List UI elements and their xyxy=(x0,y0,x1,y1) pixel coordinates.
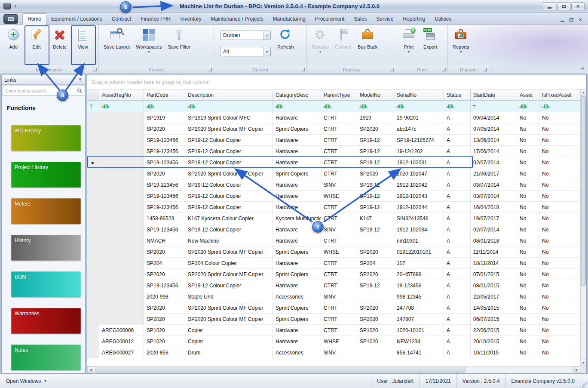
column-header-modelno[interactable]: ModelNo xyxy=(357,89,394,100)
function-history[interactable]: History xyxy=(11,235,81,261)
filter-cell-description[interactable]: aBc xyxy=(185,101,273,112)
tab-finance-hr[interactable]: Finance / HR xyxy=(136,14,175,25)
tab-inventory[interactable]: Inventory xyxy=(175,14,206,25)
maximize-button[interactable] xyxy=(557,2,570,10)
table-row[interactable]: SP1919SP1919 Sprint Colour MFCHardwareCT… xyxy=(87,112,580,123)
table-row[interactable]: ▶SP19-123456SP19-12 Colour CopierHardwar… xyxy=(87,157,580,168)
minimize-button[interactable] xyxy=(543,2,556,10)
mdi-restore-button[interactable] xyxy=(570,18,573,22)
combo-status-filter[interactable]: All▼ xyxy=(220,47,271,56)
save-filter-button[interactable]: Save Filter xyxy=(165,26,193,49)
dialog-launcher-icon[interactable] xyxy=(391,68,394,71)
tab-sales[interactable]: Sales xyxy=(349,14,371,25)
table-row[interactable]: SP204SP204 Colour CopierHardwareCTRTSP20… xyxy=(87,258,580,269)
table-row[interactable]: SP2020SP2020 Sprint Colour MF CopierSpri… xyxy=(87,302,580,314)
filter-cell-serialno[interactable]: aBc xyxy=(394,101,444,112)
filter-cell-asset[interactable]: aBc xyxy=(517,101,539,112)
tab-reporting[interactable]: Reporting xyxy=(398,14,430,25)
dialog-launcher-icon[interactable] xyxy=(93,68,97,71)
table-row[interactable]: SP2020SP2020 Sprint Colour MF CopierSpri… xyxy=(87,269,580,280)
column-header-isfixedasset[interactable]: IsFixedAsset xyxy=(539,89,577,100)
resize-grip[interactable] xyxy=(580,381,587,388)
save-layout-button[interactable]: Save Layout xyxy=(101,26,132,49)
function-bom[interactable]: BOM xyxy=(11,271,81,297)
table-row[interactable]: SP2020SP2020 Sprint Colour MF CopierSpri… xyxy=(87,168,580,179)
function-warranties[interactable]: Warranties xyxy=(11,308,81,334)
mdi-close-button[interactable]: × xyxy=(579,18,582,22)
print-button[interactable]: ?Print▼ xyxy=(398,26,419,53)
column-header-serialno[interactable]: SerialNo xyxy=(394,89,444,100)
column-header-partcode[interactable]: PartCode xyxy=(144,89,185,100)
buy-back-button[interactable]: Buy Back xyxy=(355,26,380,49)
scroll-right-icon[interactable]: ▶ xyxy=(573,366,580,373)
table-row[interactable]: 1458-96523K147 Kyocera Colour CopierKyoc… xyxy=(87,213,580,224)
filter-cell-categorydesc[interactable]: aBc xyxy=(273,101,321,112)
reports-button[interactable]: Reports▼ xyxy=(450,26,472,53)
function-wo-history[interactable]: WO History xyxy=(11,125,81,151)
column-header-description[interactable]: Description xyxy=(185,89,273,100)
filter-cell-assetregno[interactable]: aBc xyxy=(99,101,144,112)
filter-cell-status[interactable]: aBc xyxy=(444,101,471,112)
tab-procurement[interactable]: Procurement xyxy=(310,14,349,25)
workspaces-button[interactable]: Workspaces▼ xyxy=(133,26,164,53)
scroll-up-icon[interactable]: ▲ xyxy=(581,89,586,95)
filter-cell-modelno[interactable]: aBc xyxy=(357,101,394,112)
add-button[interactable]: +Add xyxy=(2,26,24,49)
table-row[interactable]: AREG000012SP1020CopierHardwareWHSESP1020… xyxy=(87,336,580,347)
scroll-down-icon[interactable]: ▼ xyxy=(581,360,586,366)
search-input[interactable] xyxy=(3,88,75,93)
scroll-left-icon[interactable]: ◀ xyxy=(87,366,94,373)
chevron-down-icon[interactable]: ▼ xyxy=(263,31,270,40)
tab-equipment-locations[interactable]: Equipment / Locations xyxy=(46,14,107,25)
column-header-parenttype[interactable]: ParentType xyxy=(321,89,357,100)
tab-utilities[interactable]: Utilities xyxy=(430,14,456,25)
column-header-assetregno[interactable]: AssetRegNo xyxy=(99,89,144,100)
table-row[interactable]: AREG0000272020-856DrumAccessoriesSINV856… xyxy=(87,347,580,358)
table-row[interactable]: SP19-123456SP19-12 Colour CopierHardware… xyxy=(87,224,580,235)
tab-home[interactable]: Home xyxy=(22,13,46,25)
tab-service[interactable]: Service xyxy=(371,14,398,25)
column-header-categorydesc[interactable]: CategoryDesc xyxy=(273,89,321,100)
refresh-button[interactable]: Refresh xyxy=(275,26,297,49)
function-meters[interactable]: Meters xyxy=(11,198,81,224)
table-row[interactable]: AREG000006SP1020CopierHardwareCTRTSP1020… xyxy=(87,325,580,336)
view-button[interactable]: View xyxy=(72,26,94,49)
horizontal-scroll-thumb[interactable] xyxy=(95,367,466,373)
table-row[interactable]: NMACHNew MachineHardwareCTRTnm10301A08/0… xyxy=(87,235,580,246)
table-row[interactable]: SP19-123456SP19-12 Colour CopierHardware… xyxy=(87,202,580,213)
filter-cell-partcode[interactable]: aBc xyxy=(144,101,185,112)
table-row[interactable]: SP19-123456SP19-12 Colour CopierHardware… xyxy=(87,135,580,146)
vertical-scroll-thumb[interactable] xyxy=(581,96,586,286)
table-row[interactable]: SP2020SP2020 Sprint Colour MF CopierSpri… xyxy=(87,246,580,258)
dialog-launcher-icon[interactable] xyxy=(442,68,446,71)
function-notes[interactable]: Notes xyxy=(11,345,81,370)
tab-maintenance-projects[interactable]: Maintenance / Projects xyxy=(206,14,268,25)
table-row[interactable]: SP19-123456SP19-12 Colour CopierHardware… xyxy=(87,146,580,157)
mdi-minimize-button[interactable] xyxy=(560,18,564,22)
tab-contract[interactable]: Contract xyxy=(107,14,136,25)
application-menu-button[interactable] xyxy=(3,14,18,24)
pin-icon[interactable] xyxy=(78,77,83,82)
function-project-history[interactable]: Project History xyxy=(11,162,81,188)
table-row[interactable]: 2020-998Staple UnitAccessoriesSINV998-12… xyxy=(87,291,580,302)
export-button[interactable]: XLSXExport xyxy=(420,26,441,49)
column-header-asset[interactable]: Asset xyxy=(517,89,539,100)
tab-manufacturing[interactable]: Manufacturing xyxy=(268,14,310,25)
filter-cell-isfixedasset[interactable]: aBc xyxy=(539,101,577,112)
edit-button[interactable]: Edit xyxy=(25,26,48,49)
vertical-scrollbar[interactable]: ▲ ▼ xyxy=(580,89,586,366)
open-windows-button[interactable]: Open Windows ▼ xyxy=(0,378,53,384)
quick-access-caret-icon[interactable]: ▼ xyxy=(14,4,17,8)
column-header-status[interactable]: Status xyxy=(444,89,471,100)
dialog-launcher-icon[interactable] xyxy=(208,68,212,71)
column-header-startdate[interactable]: StartDate xyxy=(471,89,517,100)
chevron-down-icon[interactable]: ▼ xyxy=(263,47,270,56)
close-button[interactable]: × xyxy=(571,2,585,10)
table-row[interactable]: SP2020SP2020 Sprint Colour MF CopierSpri… xyxy=(87,314,580,325)
dialog-launcher-icon[interactable] xyxy=(484,68,487,71)
table-row[interactable]: SP19-123456SP19-12 Colour CopierHardware… xyxy=(87,280,580,291)
group-by-hint[interactable]: Drag a column header here to group by th… xyxy=(87,75,580,89)
combo-branch[interactable]: Durban▼ xyxy=(220,31,271,40)
table-row[interactable]: SP2020SP2020 Sprint Colour MF CopierSpri… xyxy=(87,123,580,135)
filter-cell-startdate[interactable]: = xyxy=(471,101,517,112)
